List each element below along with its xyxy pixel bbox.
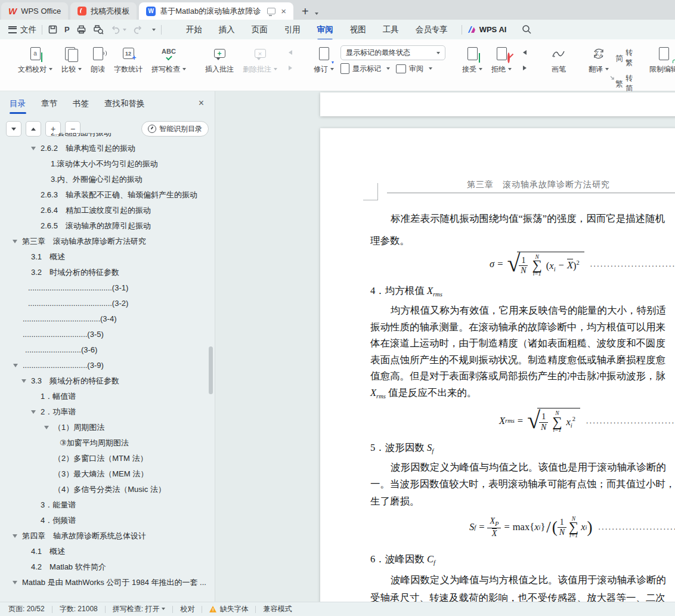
toc-item[interactable]: 第四章 轴承故障诊断系统总体设计 — [0, 528, 215, 544]
toc-item[interactable]: 2.6.4 精加工波纹度引起的振动 — [0, 203, 215, 218]
menu-tools[interactable]: 工具 — [374, 21, 407, 39]
menu-view[interactable]: 视图 — [342, 21, 374, 39]
traditional-to-simplified-button[interactable]: 繁 转简 — [615, 73, 633, 94]
close-tab-icon[interactable]: × — [281, 7, 286, 16]
menu-insert[interactable]: 插入 — [210, 21, 243, 39]
toc-item[interactable]: 4.2 Matlab 软件简介 — [0, 559, 215, 575]
toc-item[interactable]: 2.6.3 轴承装配不正确、轴颈偏斜产生的振动 — [0, 187, 215, 203]
toc-item[interactable]: 1.滚动体大小不均匀引起的振动 — [0, 156, 215, 172]
toc-item[interactable]: 2.6.2 轴承构造引起的振动 — [0, 141, 215, 156]
toc-item[interactable]: Matlab 是由 MathWorks 公司于 1984 年推出的一套 ... — [0, 575, 215, 590]
proofread-button[interactable]: 校对 — [180, 604, 194, 614]
toc-item[interactable]: .......................................(… — [0, 280, 215, 296]
accept-icon — [467, 47, 478, 60]
previous-revision-icon[interactable] — [518, 46, 531, 59]
new-tab-button[interactable]: + — [302, 5, 309, 17]
print-preview-icon[interactable] — [93, 24, 104, 35]
brush-button[interactable]: 画笔 — [546, 44, 572, 76]
document-area[interactable]: 第三章 滚动轴承故障诊断方法研究 标准差表示随机振动围绕均值“振荡”的强度，因而… — [215, 91, 675, 607]
doc-proof-button[interactable]: a 文档校对 — [16, 44, 55, 76]
read-aloud-button[interactable]: 朗读 — [88, 44, 107, 76]
compatibility-mode-label[interactable]: 兼容模式 — [263, 604, 292, 614]
page-content[interactable]: 标准差表示随机振动围绕均值“振荡”的强度，因而它是描述随机理参数。 σ = √ … — [370, 208, 675, 607]
menu-membership[interactable]: 会员专享 — [407, 21, 456, 39]
spell-check-button[interactable]: ABC 拼写检查 — [149, 44, 188, 76]
tab-find-replace[interactable]: 查找和替换 — [104, 96, 145, 112]
missing-font-button[interactable]: 缺失字体 — [219, 604, 248, 614]
expand-triangle-icon[interactable] — [31, 147, 36, 150]
toc-item[interactable]: （3）最大熵法（MEM 法） — [0, 466, 215, 482]
tab-toc[interactable]: 目录 — [10, 96, 26, 112]
expand-group-icon[interactable] — [609, 75, 615, 81]
tab-bookmarks[interactable]: 书签 — [73, 96, 89, 112]
compare-button[interactable]: 比较 — [59, 44, 84, 76]
tab-wps-office[interactable]: W WPS Office — [1, 2, 68, 20]
reject-revision-button[interactable]: 拒绝 — [489, 44, 514, 76]
tab-chapters[interactable]: 章节 — [41, 96, 57, 112]
toc-item[interactable]: 2．功率谱 — [0, 404, 215, 420]
simplified-to-traditional-button[interactable]: 简 转繁 — [615, 48, 633, 68]
track-changes-button[interactable]: 修订 — [311, 44, 336, 76]
sidebar-scrollbar[interactable] — [209, 346, 213, 394]
menu-page[interactable]: 页面 — [243, 21, 276, 39]
show-markup-button[interactable]: 显示标记 — [340, 63, 390, 74]
menu-review[interactable]: 审阅 — [309, 21, 342, 39]
review-pane-button[interactable]: 审阅 — [396, 64, 432, 74]
spell-check-toggle[interactable]: 拼写检查: 打开 — [113, 604, 166, 614]
wps-ai-button[interactable]: WPS AI — [467, 25, 507, 34]
tab-docer-template[interactable]: 找稿壳模板 — [70, 2, 137, 20]
file-menu[interactable]: 文件 — [20, 24, 36, 35]
expand-triangle-icon[interactable] — [13, 534, 17, 538]
print-icon[interactable] — [76, 24, 86, 35]
toc-item[interactable]: 1．幅值谱 — [0, 389, 215, 404]
toc-item[interactable]: 第三章 滚动轴承故障诊断方法研究 — [0, 234, 215, 249]
accept-revision-button[interactable]: 接受 — [460, 44, 485, 76]
expand-triangle-icon[interactable] — [21, 379, 26, 383]
screen-share-icon[interactable] — [267, 8, 275, 14]
delete-comment-button: × 删除批注 — [240, 44, 280, 76]
toc-item[interactable]: （1）周期图法 — [0, 420, 215, 435]
toc-item[interactable]: 4．倒频谱 — [0, 513, 215, 528]
translate-button[interactable]: 文 A 翻译 — [586, 44, 611, 76]
page-indicator[interactable]: 页面: 20/52 — [8, 604, 45, 614]
page-current[interactable]: 第三章 滚动轴承故障诊断方法研究 标准差表示随机振动围绕均值“振荡”的强度，因而… — [320, 128, 675, 607]
expand-triangle-icon[interactable] — [13, 364, 18, 367]
toc-item[interactable]: 3．能量谱 — [0, 497, 215, 513]
word-count-indicator[interactable]: 字数: 21008 — [60, 604, 98, 614]
qat-more-chevron-icon[interactable] — [152, 29, 156, 31]
close-panel-icon[interactable]: × — [199, 98, 204, 108]
expand-triangle-icon[interactable] — [13, 581, 17, 584]
toc-item[interactable]: 4.1 概述 — [0, 544, 215, 559]
tab-list-chevron-icon[interactable] — [315, 13, 318, 15]
export-pdf-icon[interactable]: P — [64, 25, 70, 34]
save-icon[interactable] — [48, 24, 58, 35]
toc-item[interactable]: 3.2 时域分析的特征参数 — [0, 265, 215, 280]
insert-comment-button[interactable]: + 插入批注 — [203, 44, 236, 76]
toc-item[interactable]: .......................................(… — [0, 296, 215, 311]
menu-home[interactable]: 开始 — [178, 21, 210, 39]
hamburger-menu-icon[interactable] — [8, 26, 17, 33]
toc-item[interactable]: ..............................(3-9) — [0, 358, 215, 373]
toc-item[interactable]: ③加窗平均周期图法 — [0, 435, 215, 451]
toc-item-label: 2.6.3 轴承装配不正确、轴颈偏斜产生的振动 — [41, 190, 197, 199]
toc-item[interactable]: ..........................(3-6) — [0, 342, 215, 358]
toc-item[interactable]: 3.内、外圈偏心引起的振动 — [0, 172, 215, 187]
menu-reference[interactable]: 引用 — [276, 21, 309, 39]
tab-document[interactable]: W 基于Matlab的滚动轴承故障诊 × — [139, 2, 293, 20]
search-icon[interactable] — [522, 24, 532, 35]
expand-triangle-icon[interactable] — [31, 410, 36, 414]
next-revision-icon[interactable] — [518, 61, 531, 75]
toc-item[interactable]: 3.1 概述 — [0, 249, 215, 265]
toc-item[interactable]: 2.6.5 滚动轴承的故障引起振动 — [0, 218, 215, 234]
expand-triangle-icon[interactable] — [13, 240, 17, 243]
word-count-button[interactable]: 12+ 字数统计 — [112, 44, 145, 76]
toc-item[interactable]: （2）多窗口法（MTM 法） — [0, 451, 215, 466]
toc-item[interactable]: ....................................(3-4… — [0, 311, 215, 327]
markup-state-select[interactable]: 显示标记的最终状态 — [340, 45, 445, 60]
toc-item[interactable]: 3.3 频域分析的特征参数 — [0, 373, 215, 389]
toc-item[interactable]: （4）多信号分类法（Music 法） — [0, 482, 215, 497]
restrict-edit-button[interactable]: 限制编辑 — [647, 44, 675, 76]
toc-item[interactable]: ..............................(3-5) — [0, 327, 215, 342]
expand-triangle-icon[interactable] — [44, 426, 49, 429]
toc-item[interactable]: 2.套圈的固有振动 — [0, 133, 215, 141]
